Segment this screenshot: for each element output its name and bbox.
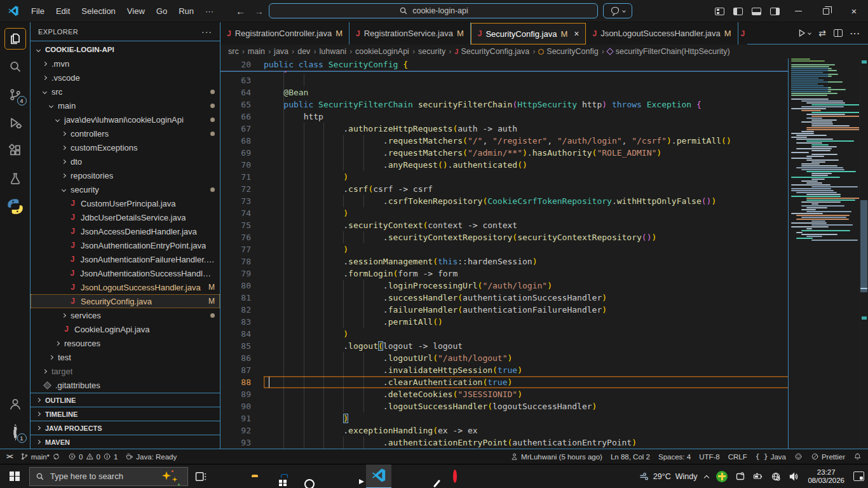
sticky-scroll-line[interactable]: 20public class SecurityConfig { xyxy=(220,58,788,71)
tree-item-jsonauthenticationsuccesshandler.java[interactable]: JJsonAuthenticationSuccessHandler.java xyxy=(31,266,220,280)
code-line-86[interactable]: 86 .logoutUrl("/auth/logout") xyxy=(220,352,788,364)
antivirus-tray-icon[interactable] xyxy=(712,464,731,488)
minimize-button[interactable] xyxy=(784,0,812,22)
code-line-68[interactable]: 68 .requestMatchers("/", "/register", "/… xyxy=(220,135,788,147)
sidebar-section-outline[interactable]: OUTLINE xyxy=(31,393,220,407)
taskbar-app-file-explorer[interactable] xyxy=(239,464,264,488)
tree-item-jsonaccessdeniedhandler.java[interactable]: JJsonAccessDeniedHandler.java xyxy=(31,224,220,238)
restore-button[interactable] xyxy=(812,0,840,22)
tab-securityconfig.java[interactable]: JSecurityConfig.javaM× xyxy=(471,23,587,44)
code-line-87[interactable]: 87 .invalidateHttpSession(true) xyxy=(220,364,788,376)
action-center-icon[interactable] xyxy=(850,464,868,488)
taskbar-app-youtube[interactable] xyxy=(341,464,366,488)
tree-item-cookie-login-api[interactable]: COOKIE-LOGIN-API xyxy=(31,43,220,57)
activity-bar-run-debug[interactable] xyxy=(0,109,31,137)
activity-bar-settings[interactable]: 1 xyxy=(0,418,31,446)
code-line-70[interactable]: 70 .anyRequest().authenticated() xyxy=(220,159,788,171)
code-line-91[interactable]: 91 ) xyxy=(220,412,788,424)
battery-icon[interactable] xyxy=(749,464,767,488)
taskbar-app-chrome[interactable] xyxy=(315,464,341,488)
code-line-90[interactable]: 90 .logoutSuccessHandler(logoutSuccessHa… xyxy=(220,400,788,412)
tree-item-jdbcuserdetailsservice.java[interactable]: JJdbcUserDetailsService.java xyxy=(31,210,220,224)
code-line-66[interactable]: 66 http xyxy=(220,111,788,123)
breadcrumb-java[interactable]: java xyxy=(274,47,288,56)
tree-item-jsonlogoutsuccesshandler.java[interactable]: JJsonLogoutSuccessHandler.javaM xyxy=(31,280,220,294)
code-line-76[interactable]: 76 .securityContextRepository(securityCo… xyxy=(220,231,788,243)
status-git-branch[interactable]: main* xyxy=(20,452,60,461)
code-line-82[interactable]: 82 .failureHandler(authenticationFailure… xyxy=(220,304,788,316)
breadcrumb-src[interactable]: src xyxy=(228,47,239,56)
tree-item-src[interactable]: src xyxy=(31,85,220,98)
snip-tray-icon[interactable] xyxy=(731,464,749,488)
code-line-65[interactable]: 65 public SecurityFilterChain securityFi… xyxy=(220,98,788,111)
run-java-button[interactable] xyxy=(797,28,811,38)
tree-item-.mvn[interactable]: .mvn xyxy=(31,57,220,71)
command-center-search[interactable]: cookie-login-api xyxy=(269,3,598,18)
code-line-81[interactable]: 81 .successHandler(authenticationSuccess… xyxy=(220,292,788,304)
scrollbar-thumb[interactable] xyxy=(860,200,867,292)
nav-forward-button[interactable]: → xyxy=(254,6,264,17)
weather-widget[interactable]: 29°C Windy xyxy=(635,464,702,488)
code-line-74[interactable]: 74 ) xyxy=(220,207,788,219)
status-remote-indicator[interactable]: >< xyxy=(6,453,13,460)
taskbar-app-edge[interactable] xyxy=(214,464,239,488)
menu-edit[interactable]: Edit xyxy=(50,0,76,22)
menu-file[interactable]: File xyxy=(25,0,50,22)
status-eol[interactable]: CRLF xyxy=(728,453,747,461)
code-line-92[interactable]: 92 .exceptionHandling(ex -> ex xyxy=(220,424,788,437)
tree-item-repositories[interactable]: repositories xyxy=(31,168,220,182)
sidebar-section-maven[interactable]: MAVEN xyxy=(31,435,220,449)
taskbar-app-task-view[interactable] xyxy=(188,464,214,488)
taskbar-app-opera[interactable] xyxy=(442,464,468,488)
taskbar-app-vscode[interactable] xyxy=(366,464,391,488)
activity-bar-extensions[interactable] xyxy=(0,137,31,165)
split-editor-icon[interactable] xyxy=(834,29,843,37)
tree-item-jsonauthenticationentrypoint.java[interactable]: JJsonAuthenticationEntryPoint.java xyxy=(31,238,220,252)
status-git-blame[interactable]: MrLuhwani (5 hours ago) xyxy=(510,452,602,461)
close-button[interactable]: × xyxy=(840,0,868,22)
status-language-mode[interactable]: { }Java xyxy=(756,452,786,461)
activity-bar-search[interactable] xyxy=(0,53,31,81)
tab-jsonlogoutsuccesshandler.java[interactable]: JJsonLogoutSuccessHandler.javaM xyxy=(586,22,738,44)
activity-bar-explorer[interactable] xyxy=(0,25,31,53)
tree-item-jsonauthenticationfailurehandler.java[interactable]: JJsonAuthenticationFailureHandler.java xyxy=(31,252,220,266)
code-line-88[interactable]: 88 .clearAuthentication(true) xyxy=(220,376,788,388)
menu-go[interactable]: Go xyxy=(151,0,173,22)
breadcrumb-dev[interactable]: dev xyxy=(297,47,310,56)
status-java-status[interactable]: Java: Ready xyxy=(125,452,177,461)
code-editor[interactable]: 20public class SecurityConfig { } 6364 @… xyxy=(220,58,868,449)
network-icon[interactable] xyxy=(767,464,785,488)
code-line-80[interactable]: 80 .loginProcessingUrl("/auth/login") xyxy=(220,280,788,292)
menu-view[interactable]: View xyxy=(121,0,151,22)
status-cursor-position[interactable]: Ln 88, Col 2 xyxy=(611,453,650,461)
taskbar-app-pen-app[interactable] xyxy=(417,464,442,488)
code-line-69[interactable]: 69 .requestMatchers("/admin/**").hasAuth… xyxy=(220,147,788,159)
tab-registrationservice.java[interactable]: JRegistrationService.javaM xyxy=(349,22,471,44)
code-line-67[interactable]: 67 .authorizeHttpRequests(auth -> auth xyxy=(220,123,788,135)
taskbar-app-copilot[interactable] xyxy=(391,464,417,488)
code-line-63[interactable]: 63 xyxy=(220,74,788,86)
breadcrumb-security[interactable]: security xyxy=(418,47,445,56)
activity-bar-source-control[interactable]: 4 xyxy=(0,81,31,109)
tree-item-resources[interactable]: resources xyxy=(31,336,220,350)
start-button[interactable] xyxy=(0,464,29,488)
breadcrumb-securityfilterchain-httpsecurity-[interactable]: securityFilterChain(HttpSecurity) xyxy=(607,47,730,56)
code-line-79[interactable]: 79 .formLogin(form -> form xyxy=(220,268,788,280)
status-encoding[interactable]: UTF-8 xyxy=(699,453,720,461)
status-problems[interactable]: 001 xyxy=(68,452,118,461)
close-tab-icon[interactable]: × xyxy=(574,29,579,39)
tree-item-controllers[interactable]: controllers xyxy=(31,126,220,140)
code-line-84[interactable]: 84 ) xyxy=(220,328,788,340)
open-changes-icon[interactable]: ⇄ xyxy=(818,28,826,38)
status-indentation[interactable]: Spaces: 4 xyxy=(658,453,691,461)
tree-item-security[interactable]: security xyxy=(31,182,220,196)
tree-item-customuserprincipal.java[interactable]: JCustomUserPrincipal.java xyxy=(31,196,220,210)
tree-item-securityconfig.java[interactable]: JSecurityConfig.javaM xyxy=(31,294,220,308)
code-line-77[interactable]: 77 ) xyxy=(220,243,788,255)
breadcrumb-main[interactable]: main xyxy=(248,47,265,56)
tab-registrationcontroller.java[interactable]: JRegistrationController.javaM xyxy=(220,22,349,44)
code-line-75[interactable]: 75 .securityContext(context -> context xyxy=(220,219,788,231)
tab-j[interactable]: J xyxy=(738,22,748,44)
status-prettier[interactable]: Prettier xyxy=(811,452,845,461)
toggle-sidebar-icon[interactable] xyxy=(733,8,743,15)
